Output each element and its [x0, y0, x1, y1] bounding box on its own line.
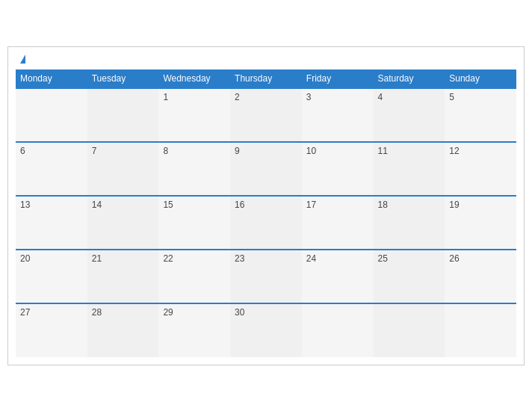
- day-number: 25: [378, 253, 388, 264]
- weekday-header-monday: Monday: [16, 69, 87, 88]
- day-number: 8: [163, 146, 168, 156]
- calendar-cell: 14: [87, 196, 159, 250]
- calendar-cell: 28: [87, 303, 159, 357]
- calendar-cell: [87, 88, 159, 142]
- day-number: 29: [163, 307, 173, 318]
- day-number: 11: [378, 146, 388, 156]
- day-number: 23: [235, 253, 244, 264]
- weekday-header-friday: Friday: [302, 69, 374, 88]
- day-number: 15: [163, 200, 173, 210]
- day-number: 27: [20, 307, 30, 318]
- weekday-header-row: MondayTuesdayWednesdayThursdayFridaySatu…: [16, 69, 516, 88]
- calendar-cell: 13: [16, 196, 87, 250]
- day-number: 13: [20, 200, 30, 210]
- week-row-2: 6789101112: [16, 142, 516, 196]
- day-number: 16: [235, 200, 244, 210]
- weekday-header-thursday: Thursday: [230, 69, 302, 88]
- day-number: 30: [235, 307, 244, 318]
- day-number: 22: [163, 253, 173, 264]
- calendar-cell: 26: [445, 250, 516, 303]
- weekday-header-tuesday: Tuesday: [87, 69, 159, 88]
- week-row-1: 12345: [16, 88, 516, 142]
- calendar-cell: [16, 88, 87, 142]
- week-row-4: 20212223242526: [16, 250, 516, 303]
- calendar-cell: 17: [302, 196, 374, 250]
- weekday-header-sunday: Sunday: [445, 69, 516, 88]
- day-number: 24: [306, 253, 316, 264]
- day-number: 3: [306, 92, 312, 102]
- logo-triangle-icon: [20, 55, 25, 64]
- day-number: 14: [92, 200, 102, 210]
- calendar-container: MondayTuesdayWednesdayThursdayFridaySatu…: [7, 46, 525, 365]
- calendar-header: [16, 55, 516, 64]
- calendar-cell: 12: [445, 142, 516, 196]
- weekday-header-saturday: Saturday: [374, 69, 445, 88]
- calendar-cell: 24: [302, 250, 374, 303]
- calendar-cell: 11: [374, 142, 445, 196]
- calendar-cell: 9: [230, 142, 302, 196]
- calendar-cell: 5: [445, 88, 516, 142]
- calendar-cell: 8: [158, 142, 230, 196]
- calendar-cell: 30: [230, 303, 302, 357]
- day-number: 7: [92, 146, 97, 156]
- calendar-cell: 21: [87, 250, 159, 303]
- day-number: 21: [92, 253, 102, 264]
- day-number: 18: [378, 200, 388, 210]
- week-row-5: 27282930: [16, 303, 516, 357]
- day-number: 2: [235, 92, 240, 102]
- logo: [19, 55, 25, 64]
- day-number: 19: [449, 200, 459, 210]
- calendar-cell: 10: [302, 142, 374, 196]
- day-number: 9: [235, 146, 240, 156]
- calendar-cell: 23: [230, 250, 302, 303]
- day-number: 5: [449, 92, 454, 102]
- calendar-cell: 29: [158, 303, 230, 357]
- day-number: 12: [449, 146, 459, 156]
- calendar-grid: MondayTuesdayWednesdayThursdayFridaySatu…: [16, 69, 516, 357]
- calendar-cell: 19: [445, 196, 516, 250]
- day-number: 26: [449, 253, 459, 264]
- calendar-cell: 25: [374, 250, 445, 303]
- calendar-cell: [302, 303, 374, 357]
- day-number: 17: [306, 200, 316, 210]
- calendar-cell: 22: [158, 250, 230, 303]
- day-number: 28: [92, 307, 102, 318]
- calendar-cell: 27: [16, 303, 87, 357]
- calendar-cell: [445, 303, 516, 357]
- calendar-cell: 3: [302, 88, 374, 142]
- calendar-cell: 1: [158, 88, 230, 142]
- calendar-cell: 20: [16, 250, 87, 303]
- weekday-header-wednesday: Wednesday: [158, 69, 230, 88]
- calendar-cell: 6: [16, 142, 87, 196]
- calendar-cell: [374, 303, 445, 357]
- calendar-cell: 2: [230, 88, 302, 142]
- calendar-cell: 7: [87, 142, 159, 196]
- calendar-cell: 16: [230, 196, 302, 250]
- day-number: 20: [20, 253, 30, 264]
- calendar-cell: 18: [374, 196, 445, 250]
- day-number: 6: [20, 146, 25, 156]
- day-number: 4: [378, 92, 383, 102]
- week-row-3: 13141516171819: [16, 196, 516, 250]
- calendar-cell: 15: [158, 196, 230, 250]
- day-number: 1: [163, 92, 168, 102]
- day-number: 10: [306, 146, 316, 156]
- calendar-cell: 4: [374, 88, 445, 142]
